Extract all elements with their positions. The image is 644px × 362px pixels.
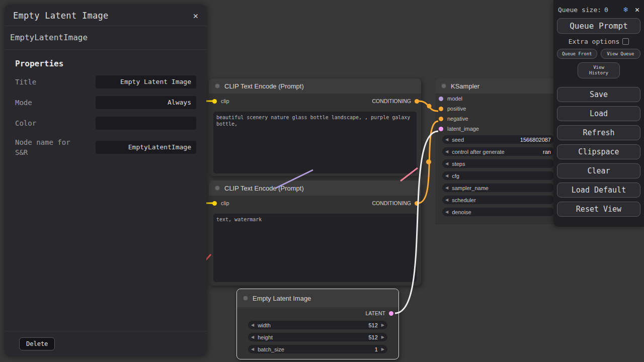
field-row: Color [15,117,196,130]
increment-arrow-icon[interactable]: ▶ [381,335,384,339]
node-name-field-label: Node name for S&R [15,137,75,157]
field-row: Title Empty Latent Image [15,75,196,88]
load-default-button[interactable]: Load Default [557,183,640,198]
decrement-arrow-icon[interactable]: ◀ [445,210,448,214]
wire-midpoint-dot[interactable] [427,104,432,109]
decrement-arrow-icon[interactable]: ◀ [445,162,448,166]
node-name-input[interactable]: EmptyLatentImage [96,141,196,154]
queue-size-value: 0 [604,6,608,14]
output-label: CONDITIONING [372,98,411,104]
view-history-button[interactable]: View History [578,62,620,78]
dialog-subtitle: EmptyLatentImage [5,26,206,50]
widget-label: sampler_name [452,185,489,191]
output-label: CONDITIONING [372,200,411,206]
widget-value: 1566802087 [520,137,551,143]
clipspace-button[interactable]: Clipspace [557,144,640,159]
node-titlebar[interactable]: CLIP Text Encode (Prompt) [209,180,421,196]
input-slot-clip-icon[interactable] [212,99,217,104]
output-slot-conditioning-icon[interactable] [415,99,419,104]
input-slot-model-icon[interactable] [439,97,443,101]
refresh-button[interactable]: Refresh [557,125,640,140]
collapse-dot-icon[interactable] [215,186,220,191]
node-titlebar[interactable]: Empty Latent Image [237,289,398,307]
node-title: CLIP Text Encode (Prompt) [224,185,304,192]
widget-label: scheduler [452,197,476,203]
node-titlebar[interactable]: CLIP Text Encode (Prompt) [209,78,421,94]
snowflake-icon[interactable]: ❄ [623,5,628,14]
node-clip-text-encode-positive[interactable]: CLIP Text Encode (Prompt) clip CONDITION… [209,78,421,176]
node-empty-latent-image[interactable]: Empty Latent Image LATENT ◀ width 512 ▶ … [236,289,399,359]
decrement-arrow-icon[interactable]: ◀ [445,198,448,202]
control-after-generate-widget[interactable]: ◀ control after generate ran [442,147,554,156]
output-slot-conditioning-icon[interactable] [415,201,419,206]
decrement-arrow-icon[interactable]: ◀ [251,323,254,327]
input-slot-positive-icon[interactable] [439,107,443,111]
comfy-menu-panel: Queue size: 0 ❄ ✕ Queue Prompt Extra opt… [553,0,644,227]
clear-button[interactable]: Clear [557,163,640,178]
batch-size-widget[interactable]: ◀ batch_size 1 ▶ [248,345,387,353]
width-widget[interactable]: ◀ width 512 ▶ [248,321,387,329]
steps-widget[interactable]: ◀ steps [442,159,554,168]
height-widget[interactable]: ◀ height 512 ▶ [248,333,387,341]
widget-value: ran [543,149,551,155]
color-field-label: Color [15,118,75,128]
node-title: CLIP Text Encode (Prompt) [224,82,304,90]
reset-view-button[interactable]: Reset View [557,202,640,217]
color-input[interactable] [96,117,196,130]
input-slot-clip-icon[interactable] [212,201,217,206]
widget-label: denoise [452,209,471,215]
widget-label: width [258,322,271,328]
delete-button[interactable]: Delete [19,337,55,350]
prompt-text-input[interactable]: text, watermark [213,214,417,282]
node-clip-text-encode-negative[interactable]: CLIP Text Encode (Prompt) clip CONDITION… [209,180,421,286]
input-label: positive [447,106,466,112]
save-button[interactable]: Save [557,87,640,102]
slot-row: negative [435,114,561,124]
cfg-widget[interactable]: ◀ cfg [442,171,554,180]
mode-select[interactable]: Always [96,96,196,109]
decrement-arrow-icon[interactable]: ◀ [445,150,448,154]
slot-row: latent_image [435,124,561,134]
node-ksampler[interactable]: KSampler model positive negative latent_… [435,78,561,224]
collapse-dot-icon[interactable] [441,83,446,88]
queue-prompt-button[interactable]: Queue Prompt [557,18,640,34]
widget-label: control after generate [452,149,505,155]
denoise-widget[interactable]: ◀ denoise [442,208,554,216]
collapse-dot-icon[interactable] [243,296,248,301]
sampler-name-widget[interactable]: ◀ sampler_name [442,184,554,192]
extra-options-checkbox[interactable] [622,38,629,45]
prompt-text-input[interactable]: beautiful scenery nature glass bottle la… [213,112,417,173]
decrement-arrow-icon[interactable]: ◀ [445,186,448,190]
input-label: negative [447,116,468,122]
input-slot-latent-image-icon[interactable] [439,127,443,131]
decrement-arrow-icon[interactable]: ◀ [445,174,448,178]
node-properties-dialog: Empty Latent Image ✕ EmptyLatentImage Pr… [5,5,206,356]
widget-value: 512 [368,322,377,328]
input-label: clip [221,98,229,104]
seed-widget[interactable]: ◀ seed 1566802087 [442,135,554,144]
input-slot-negative-icon[interactable] [439,117,443,121]
increment-arrow-icon[interactable]: ▶ [381,347,384,351]
close-icon[interactable]: ✕ [193,11,198,21]
view-queue-button[interactable]: View Queue [601,49,641,59]
node-title: KSampler [451,82,479,90]
widget-label: batch_size [258,346,284,352]
close-icon[interactable]: ✕ [635,5,639,14]
increment-arrow-icon[interactable]: ▶ [381,323,384,327]
decrement-arrow-icon[interactable]: ◀ [251,335,254,339]
collapse-dot-icon[interactable] [215,83,220,88]
node-titlebar[interactable]: KSampler [435,78,561,94]
output-label: LATENT [366,310,385,316]
dialog-title: Empty Latent Image [13,11,109,21]
queue-front-button[interactable]: Queue Front [557,49,597,59]
slot-row: clip CONDITIONING [209,96,421,106]
output-slot-latent-icon[interactable] [389,311,393,316]
decrement-arrow-icon[interactable]: ◀ [445,138,448,142]
title-input[interactable]: Empty Latent Image [96,75,196,88]
wire-midpoint-dot[interactable] [426,159,431,164]
input-label: model [447,96,462,102]
scheduler-widget[interactable]: ◀ scheduler [442,196,554,204]
decrement-arrow-icon[interactable]: ◀ [251,347,254,351]
slot-row: positive [435,104,561,114]
load-button[interactable]: Load [557,106,640,121]
